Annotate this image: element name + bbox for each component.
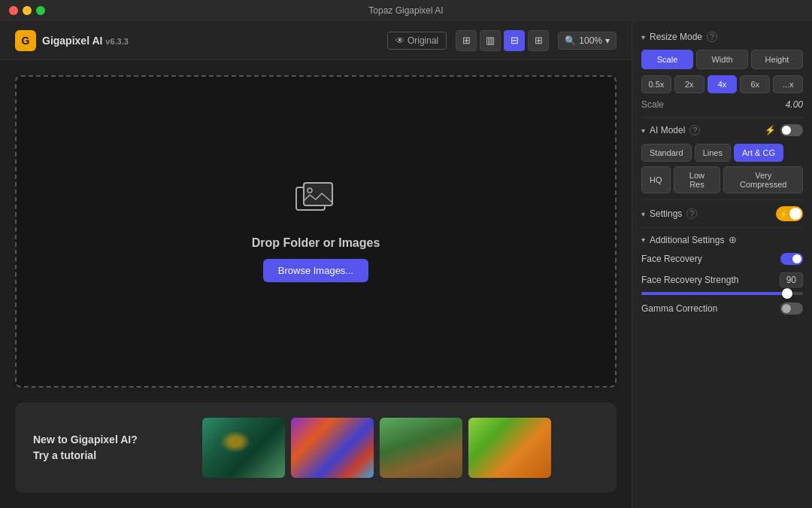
lines-model-button[interactable]: Lines bbox=[695, 144, 731, 162]
drop-text: Drop Folder or Images bbox=[252, 236, 380, 250]
svg-rect-1 bbox=[304, 183, 332, 205]
eye-icon: 👁 bbox=[395, 35, 404, 46]
tutorial-thumb-parrot[interactable] bbox=[291, 418, 374, 478]
slider-thumb[interactable] bbox=[782, 288, 792, 299]
face-recovery-strength-value: 90 bbox=[780, 272, 803, 287]
scale-custom-button[interactable]: ...x bbox=[773, 75, 803, 93]
standard-model-button[interactable]: Standard bbox=[641, 144, 692, 162]
tutorial-line2: Try a tutorial bbox=[33, 448, 138, 464]
settings-toggle[interactable] bbox=[776, 206, 803, 221]
scale-preset-buttons: 0.5x 2x 4x 6x ...x bbox=[641, 75, 803, 93]
app-logo: G Gigapixel AI v6.3.3 bbox=[15, 30, 129, 51]
settings-chevron: ▾ bbox=[641, 210, 645, 218]
ai-model-help[interactable]: ? bbox=[689, 125, 700, 135]
ai-model-chevron: ▾ bbox=[641, 126, 645, 135]
additional-chevron: ▾ bbox=[641, 236, 645, 244]
scale-value: 4.00 bbox=[786, 99, 803, 110]
ai-model-label: AI Model bbox=[650, 125, 685, 135]
scale-6x-button[interactable]: 6x bbox=[740, 75, 770, 93]
ai-model-header: ▾ AI Model ? ⚡ bbox=[641, 124, 803, 136]
lightning-icon: ⚡ bbox=[765, 125, 776, 135]
app-body: G Gigapixel AI v6.3.3 👁 Original ⊞ ▥ ⊟ ⊞… bbox=[0, 21, 812, 508]
artcg-model-button[interactable]: Art & CG bbox=[734, 144, 783, 162]
face-recovery-strength-label: Face Recovery Strength bbox=[641, 275, 738, 285]
gamma-correction-toggle[interactable] bbox=[780, 303, 803, 315]
zoom-control[interactable]: 🔍 100% ▾ bbox=[558, 32, 617, 50]
traffic-lights bbox=[9, 6, 45, 15]
settings-label: Settings bbox=[650, 208, 682, 219]
additional-settings-header: ▾ Additional Settings ⊕ bbox=[641, 234, 803, 245]
ai-model-toggle[interactable] bbox=[780, 124, 803, 136]
drop-image-icon bbox=[293, 181, 338, 227]
hq-model-button[interactable]: HQ bbox=[641, 166, 671, 193]
tutorial-section: New to Gigapixel AI? Try a tutorial bbox=[15, 403, 617, 493]
face-recovery-strength-row: Face Recovery Strength 90 bbox=[641, 272, 803, 295]
close-button[interactable] bbox=[9, 6, 18, 15]
tutorial-images bbox=[156, 418, 598, 478]
original-view-button[interactable]: 👁 Original bbox=[387, 32, 447, 50]
ai-model-row2: HQ Low Res Very Compressed bbox=[641, 166, 803, 193]
tutorial-text: New to Gigapixel AI? Try a tutorial bbox=[33, 432, 138, 464]
tutorial-thumb-butterfly[interactable] bbox=[468, 418, 551, 478]
chevron-down-icon: ▾ bbox=[605, 35, 610, 46]
resize-mode-help[interactable]: ? bbox=[707, 32, 717, 42]
additional-icon: ⊕ bbox=[729, 234, 737, 245]
strength-header: Face Recovery Strength 90 bbox=[641, 272, 803, 287]
lowres-model-button[interactable]: Low Res bbox=[674, 166, 721, 193]
scale-value-row: Scale 4.00 bbox=[641, 99, 803, 110]
main-toolbar: G Gigapixel AI v6.3.3 👁 Original ⊞ ▥ ⊟ ⊞… bbox=[0, 21, 632, 60]
split-view-button[interactable]: ▥ bbox=[480, 30, 501, 51]
right-panel: ▾ Resize Mode ? Scale Width Height 0.5x … bbox=[632, 21, 812, 508]
browse-images-button[interactable]: Browse Images... bbox=[263, 259, 368, 282]
scale-mode-button[interactable]: Scale bbox=[641, 50, 693, 69]
face-recovery-strength-slider[interactable] bbox=[641, 292, 803, 295]
verycompressed-model-button[interactable]: Very Compressed bbox=[723, 166, 803, 193]
minimize-button[interactable] bbox=[23, 6, 32, 15]
scale-0.5x-button[interactable]: 0.5x bbox=[641, 75, 671, 93]
resize-mode-label: Resize Mode bbox=[650, 32, 702, 42]
additional-label: Additional Settings bbox=[650, 235, 724, 245]
resize-mode-header: ▾ Resize Mode ? bbox=[641, 32, 803, 42]
scale-4x-button[interactable]: 4x bbox=[707, 75, 738, 93]
zoom-icon: 🔍 bbox=[565, 35, 576, 46]
single-view-button[interactable]: ⊞ bbox=[456, 30, 477, 51]
tutorial-thumb-owl[interactable] bbox=[380, 418, 462, 478]
slider-fill bbox=[641, 292, 787, 295]
compare-view-button[interactable]: ⊟ bbox=[504, 30, 525, 51]
face-recovery-label: Face Recovery bbox=[641, 254, 702, 264]
face-recovery-toggle[interactable] bbox=[780, 253, 803, 265]
tutorial-thumb-lizard[interactable] bbox=[202, 418, 285, 478]
width-mode-button[interactable]: Width bbox=[696, 50, 748, 69]
settings-help[interactable]: ? bbox=[686, 208, 697, 219]
view-mode-group: ⊞ ▥ ⊟ ⊞ bbox=[456, 30, 549, 51]
resize-mode-buttons: Scale Width Height bbox=[641, 50, 803, 69]
face-recovery-row: Face Recovery bbox=[641, 253, 803, 265]
content-area: Drop Folder or Images Browse Images... bbox=[0, 60, 632, 403]
app-name: Gigapixel AI v6.3.3 bbox=[42, 35, 129, 47]
ai-model-row1: Standard Lines Art & CG bbox=[641, 144, 803, 162]
app-version: v6.3.3 bbox=[105, 37, 129, 46]
maximize-button[interactable] bbox=[36, 6, 45, 15]
scale-2x-button[interactable]: 2x bbox=[674, 75, 704, 93]
gamma-correction-row: Gamma Correction bbox=[641, 303, 803, 315]
tutorial-line1: New to Gigapixel AI? bbox=[33, 432, 138, 448]
grid-view-button[interactable]: ⊞ bbox=[528, 30, 549, 51]
logo-icon: G bbox=[15, 30, 36, 51]
titlebar: Topaz Gigapixel AI bbox=[0, 0, 812, 21]
resize-mode-chevron: ▾ bbox=[641, 33, 645, 41]
window-title: Topaz Gigapixel AI bbox=[368, 5, 443, 16]
settings-header: ▾ Settings ? bbox=[641, 206, 803, 221]
left-panel: G Gigapixel AI v6.3.3 👁 Original ⊞ ▥ ⊟ ⊞… bbox=[0, 21, 632, 508]
gamma-correction-label: Gamma Correction bbox=[641, 303, 717, 314]
scale-label: Scale bbox=[641, 99, 664, 110]
height-mode-button[interactable]: Height bbox=[751, 50, 803, 69]
drop-zone[interactable]: Drop Folder or Images Browse Images... bbox=[15, 75, 617, 388]
